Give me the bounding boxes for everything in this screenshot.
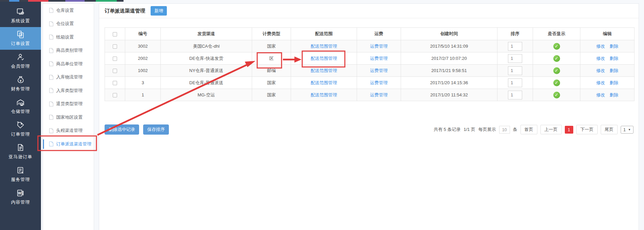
file-icon [49,48,53,53]
strip-segment-green [96,0,117,2]
visible-check-icon[interactable]: ✓ [553,67,560,74]
amazon-orders-icon [16,143,25,152]
freight-link[interactable]: 运费管理 [370,92,388,97]
cell-channel: DE仓库-快递发货 [161,52,252,65]
menu-item-product-unit[interactable]: 商品单位管理 [43,57,94,71]
menu-item-return-type[interactable]: 退货类型管理 [43,97,94,111]
menu-item-carton-settings[interactable]: 纸箱设置 [43,30,94,44]
sidebar-item-label: 仓储管理 [11,109,30,115]
current-page-badge[interactable]: 1 [565,126,573,134]
sidebar-item-content-management[interactable]: W 内容管理 [0,186,41,208]
delete-link[interactable]: 删除 [609,92,618,97]
cell-billing-type: 邮编 [252,65,291,77]
modify-link[interactable]: 修改 [596,68,605,73]
delivery-range-link[interactable]: 配送范围管理 [311,92,337,97]
sort-input[interactable] [508,54,522,63]
next-page-button[interactable]: 下一页 [576,125,598,134]
sidebar-item-system-settings[interactable]: 系统设置 [0,4,41,27]
visible-check-icon[interactable]: ✓ [553,43,560,50]
freight-link[interactable]: 运费管理 [370,68,388,73]
delete-link[interactable]: 删除 [609,68,618,73]
cell-number: 1002 [125,65,161,77]
cell-number: 2002 [125,52,161,65]
sidebar-item-warehouse-management[interactable]: 仓储管理 [0,95,41,118]
delivery-range-link[interactable]: 配送范围管理 [311,80,337,85]
menu-item-first-leg-channel[interactable]: 头程渠道管理 [43,124,94,138]
menu-item-inbound-logistics[interactable]: 入库物流管理 [43,71,94,84]
modify-link[interactable]: 修改 [596,92,605,97]
select-all-checkbox[interactable] [113,32,117,37]
per-page-input[interactable] [499,126,510,134]
delivery-range-link[interactable]: 配送范围管理 [311,44,337,49]
system-settings-icon [16,7,25,16]
modify-link[interactable]: 修改 [596,44,605,49]
menu-item-inbound-type[interactable]: 入库类型管理 [43,84,94,97]
last-page-button[interactable]: 尾页 [601,125,618,134]
freight-link[interactable]: 运费管理 [370,56,388,61]
menu-item-country-region[interactable]: 国家地区设置 [43,111,94,124]
sidebar-item-service-management[interactable]: 服务管理 [0,163,41,186]
row-checkbox[interactable] [113,44,117,49]
file-icon [49,141,53,146]
cell-number: 1 [125,89,161,101]
sidebar-item-order-settings[interactable]: 订单设置 [0,27,41,50]
title-row: 订单派送渠道管理 新增 [99,4,639,18]
save-sort-button[interactable]: 保存排序 [143,124,169,135]
first-page-button[interactable]: 首页 [520,125,537,134]
col-freight: 运费 [357,28,401,40]
menu-item-warehouse-settings[interactable]: 仓库设置 [43,4,94,17]
page-jump-select[interactable]: 1 ▼ [621,126,634,134]
sort-input[interactable] [508,78,522,87]
pagination: 共有 5 条记录 1/1 页 每页展示 条 首页 上一页 1 下一页 尾页 1 … [434,125,634,134]
file-icon [49,61,53,66]
cell-channel: 美国CA仓-dhl [161,40,252,52]
delete-link[interactable]: 删除 [609,56,618,61]
sidebar-item-order-management[interactable]: 订单管理 [0,118,41,140]
table-row: 3002 美国CA仓-dhl 国家 配送范围管理 运费管理 2017/5/10 … [105,40,635,52]
menu-item-label: 入库类型管理 [56,88,83,94]
menu-item-bin-settings[interactable]: 仓位设置 [43,17,94,31]
sidebar-item-label: 亚马逊订单 [9,154,32,160]
menu-item-order-dispatch-channel[interactable]: 订单派送渠道管理 [43,137,94,151]
delete-link[interactable]: 删除 [609,80,618,85]
member-management-icon [16,53,25,62]
table-row: 1002 NY仓库-普通派送 邮编 配送范围管理 运费管理 2017/1/21 … [105,65,635,77]
sort-input[interactable] [508,42,522,51]
delete-selected-button[interactable]: 删除选中记录 [105,124,139,135]
freight-link[interactable]: 运费管理 [370,44,388,49]
freight-link[interactable]: 运费管理 [370,80,388,85]
col-billing-type: 计费类型 [252,28,291,40]
sort-input[interactable] [508,66,522,75]
menu-item-label: 商品单位管理 [56,61,83,67]
modify-link[interactable]: 修改 [596,56,605,61]
cell-billing-type: 国家 [252,89,291,101]
modify-link[interactable]: 修改 [596,80,605,85]
menu-item-label: 纸箱设置 [56,34,74,40]
row-checkbox[interactable] [113,56,117,61]
row-checkbox[interactable] [113,69,117,73]
delete-link[interactable]: 删除 [609,44,618,49]
delivery-range-link[interactable]: 配送范围管理 [311,68,337,73]
row-checkbox[interactable] [113,93,117,97]
add-button[interactable]: 新增 [151,6,167,16]
visible-check-icon[interactable]: ✓ [553,55,560,62]
menu-item-product-category[interactable]: 商品类别管理 [43,44,94,58]
visible-check-icon[interactable]: ✓ [553,79,560,86]
sidebar-item-label: 服务管理 [11,177,30,183]
sidebar-item-amazon-orders[interactable]: 亚马逊订单 [0,140,41,163]
cell-number: 3002 [125,40,161,52]
visible-check-icon[interactable]: ✓ [553,92,560,98]
row-checkbox[interactable] [113,81,117,85]
content-management-icon: W [16,189,25,198]
sidebar-item-member-management[interactable]: 会员管理 [0,50,41,72]
delivery-range-link[interactable]: 配送范围管理 [311,56,337,61]
order-management-icon [16,121,25,130]
sidebar-item-finance-management[interactable]: ¥ 财务管理 [0,72,41,95]
sort-input[interactable] [508,91,522,99]
page-title: 订单派送渠道管理 [105,8,145,14]
table-row: 2002 DE仓库-快递发货 区 配送范围管理 运费管理 2017/2/7 10… [105,52,635,65]
menu-item-label: 仓位设置 [56,21,74,27]
dispatch-channel-table: 编号 发货渠道 计费类型 配送范围 运费 创建时间 排序 是否显示 编辑 300… [105,27,635,101]
cell-number: 3 [125,77,161,89]
prev-page-button[interactable]: 上一页 [540,125,562,134]
